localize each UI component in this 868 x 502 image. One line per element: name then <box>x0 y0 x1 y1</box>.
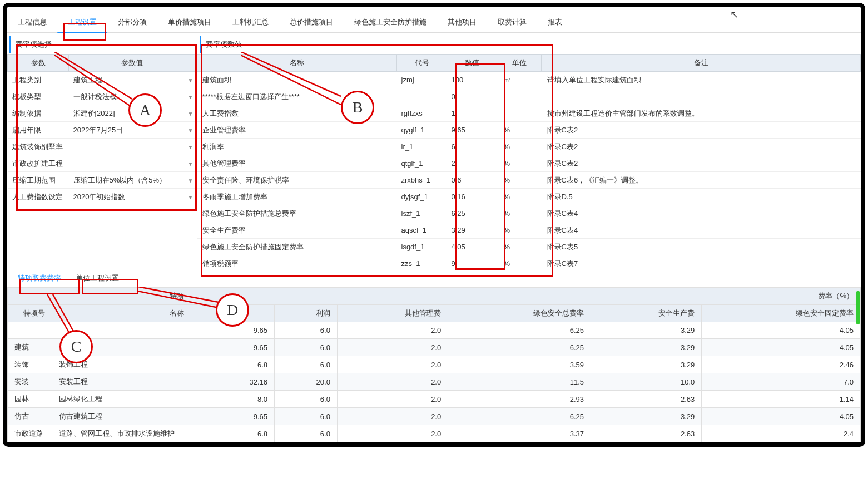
param-value-dropdown[interactable]: ▼ <box>69 139 196 155</box>
rate-cell-code: jzmj <box>397 72 447 88</box>
col-special-id: 特项号 <box>8 305 52 322</box>
special-cell-c3: 3.37 <box>448 425 591 442</box>
special-cell-c0: 6.8 <box>191 356 275 373</box>
special-cell-c5: 4.05 <box>702 408 861 425</box>
param-row: 市政改扩建工程▼ <box>8 155 196 172</box>
special-cell-c4: 3.29 <box>591 356 702 373</box>
col-name: 名称 <box>197 55 397 72</box>
special-cell-c3: 2.93 <box>448 391 591 408</box>
rate-cell-name: 绿色施工安全防护措施固定费率 <box>197 239 397 255</box>
rate-row: 人工费指数rgftzxs1按市州建设工程造价主管部门发布的系数调整。 <box>197 105 861 122</box>
scrollbar-indicator[interactable] <box>856 291 860 324</box>
rate-cell-value[interactable]: 1 <box>447 105 497 122</box>
param-row: 模板类型一般计税法模▼ <box>8 88 196 105</box>
bottom-tab-1[interactable]: 单位工程设置 <box>68 269 126 287</box>
rate-cell-remark: 附录C表7 <box>542 255 861 267</box>
rate-cell-name: 其他管理费率 <box>197 155 397 172</box>
rate-cell-value[interactable]: 0.6 <box>447 172 497 189</box>
main-area: 费率项选择 参数 参数值 工程类别建筑工程▼模板类型一般计税法模▼编制依据湘建价… <box>7 33 861 267</box>
special-cell-c1: 20.0 <box>275 373 338 391</box>
rate-row: 建筑面积jzmj100㎡请填入单位工程实际建筑面积 <box>197 72 861 88</box>
rate-cell-unit <box>497 88 542 105</box>
special-cell-c3: 6.25 <box>448 322 591 339</box>
tab-0[interactable]: 工程信息 <box>7 12 57 33</box>
rate-cell-code: dyjsgf_1 <box>397 189 447 205</box>
tab-4[interactable]: 工料机汇总 <box>222 12 279 33</box>
col-group-rate: 费率（%） <box>191 288 861 305</box>
special-cell-c5: 2.4 <box>702 425 861 442</box>
param-row: 人工费指数设定2020年初始指数▼ <box>8 189 196 205</box>
special-cell-id: 市政道路 <box>8 425 52 442</box>
tab-3[interactable]: 单价措施项目 <box>157 12 222 33</box>
rate-cell-name: 人工费指数 <box>197 105 397 122</box>
rate-row: 利润率lr_16%附录C表2 <box>197 139 861 155</box>
chevron-down-icon: ▼ <box>188 127 194 133</box>
special-cell-c4: 2.63 <box>591 391 702 408</box>
param-value-dropdown[interactable]: 2022年7月25日▼ <box>69 122 196 139</box>
param-value-dropdown[interactable]: 2020年初始指数▼ <box>69 189 196 205</box>
special-cell-c3: 11.5 <box>448 373 591 391</box>
param-label: 人工费指数设定 <box>8 189 69 205</box>
bottom-tab-0[interactable]: 特项取费费率 <box>11 269 68 287</box>
special-cell-name: 道路、管网工程、市政排水设施维护 <box>52 425 191 442</box>
rate-cell-value[interactable]: 2 <box>447 155 497 172</box>
tab-9[interactable]: 报表 <box>537 12 573 33</box>
col-special-name: 名称 <box>52 305 191 322</box>
tab-8[interactable]: 取费计算 <box>487 12 537 33</box>
param-value-dropdown[interactable]: 一般计税法模▼ <box>69 88 196 105</box>
special-cell-c4: 10.0 <box>591 373 702 391</box>
special-cell-id: 装饰 <box>8 356 52 373</box>
special-cell-id <box>8 322 52 339</box>
rate-cell-value[interactable]: 0.16 <box>447 189 497 205</box>
rate-cell-value[interactable]: 0 <box>447 88 497 105</box>
rate-cell-value[interactable]: 6 <box>447 139 497 155</box>
param-row: 工程类别建筑工程▼ <box>8 72 196 88</box>
param-value-dropdown[interactable]: 建筑工程▼ <box>69 72 196 88</box>
rate-row: *****根据左边窗口选择产生****0 <box>197 88 861 105</box>
special-cell-c4: 2.63 <box>591 425 702 442</box>
col-c3: 绿色安全总费率 <box>448 305 591 322</box>
special-cell-id: 仿古 <box>8 408 52 425</box>
rate-cell-value[interactable]: 9 <box>447 255 497 267</box>
special-cell-name <box>52 322 191 339</box>
tab-7[interactable]: 其他项目 <box>437 12 487 33</box>
rate-selection-table: 参数 参数值 工程类别建筑工程▼模板类型一般计税法模▼编制依据湘建价[2022]… <box>7 54 196 205</box>
rate-cell-unit: % <box>497 155 542 172</box>
cursor-icon: ↖ <box>730 8 738 21</box>
tab-2[interactable]: 分部分项 <box>107 12 157 33</box>
param-value-dropdown[interactable]: 湘建价[2022]▼ <box>69 105 196 122</box>
col-param: 参数 <box>8 55 69 72</box>
special-cell-c1: 6.0 <box>275 322 338 339</box>
rate-cell-remark: 附录C表4 <box>542 205 861 222</box>
rate-cell-unit: % <box>497 222 542 239</box>
rate-cell-name: 冬雨季施工增加费率 <box>197 189 397 205</box>
rate-cell-name: 利润率 <box>197 139 397 155</box>
tab-1[interactable]: 工程设置 <box>57 12 107 33</box>
param-value-dropdown[interactable]: 压缩工期在5%以内（含5%）▼ <box>69 172 196 189</box>
rate-cell-value[interactable]: 3.29 <box>447 222 497 239</box>
special-cell-c1: 6.0 <box>275 339 338 356</box>
special-rate-panel: 特项 费率（%） 特项号 名称 利润 其他管理费 绿色安全总费率 安全生产费 绿… <box>7 287 861 442</box>
special-row: 装饰装饰工程6.86.02.03.593.292.46 <box>8 356 861 373</box>
rate-cell-remark: 按市州建设工程造价主管部门发布的系数调整。 <box>542 105 861 122</box>
rate-cell-value[interactable]: 6.25 <box>447 205 497 222</box>
rate-cell-unit: % <box>497 205 542 222</box>
rate-cell-value[interactable]: 4.05 <box>447 239 497 255</box>
special-cell-id: 建筑 <box>8 339 52 356</box>
rate-cell-unit: % <box>497 189 542 205</box>
col-value: 数值 <box>447 55 497 72</box>
special-cell-c3: 3.59 <box>448 356 591 373</box>
param-value-dropdown[interactable]: ▼ <box>69 155 196 172</box>
tab-6[interactable]: 绿色施工安全防护措施 <box>344 12 437 33</box>
rate-cell-code: zrxbhs_1 <box>397 172 447 189</box>
rate-cell-name: 销项税额率 <box>197 255 397 267</box>
rate-cell-code: qyglf_1 <box>397 122 447 139</box>
rate-values-title: 费率项数值 <box>200 36 859 53</box>
tab-5[interactable]: 总价措施项目 <box>279 12 344 33</box>
app-window: 工程信息工程设置分部分项单价措施项目工料机汇总总价措施项目绿色施工安全防护措施其… <box>3 3 865 447</box>
rate-cell-value[interactable]: 100 <box>447 72 497 88</box>
special-row: 安装安装工程32.1620.02.011.510.07.0 <box>8 373 861 391</box>
special-row: 9.656.02.06.253.294.05 <box>8 322 861 339</box>
rate-cell-value[interactable]: 9.65 <box>447 122 497 139</box>
col-value: 参数值 <box>69 55 196 72</box>
